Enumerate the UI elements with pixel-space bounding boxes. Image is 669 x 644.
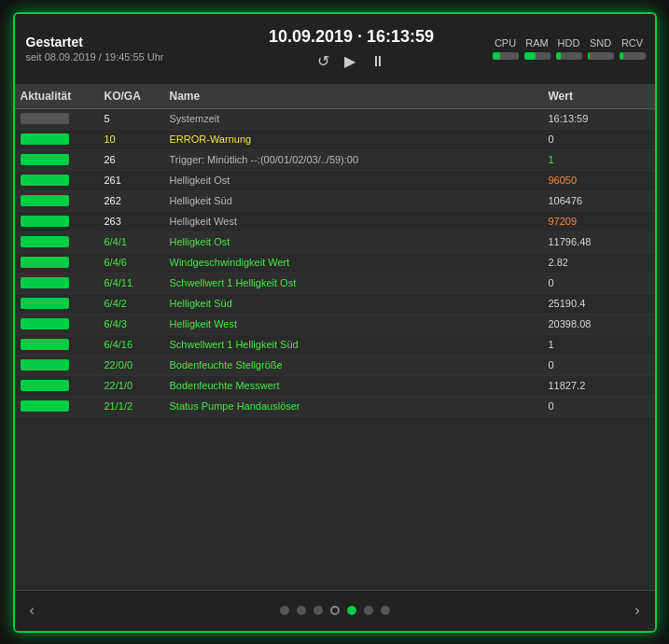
- app-subtitle: seit 08.09.2019 / 19:45:55 Uhr: [26, 51, 209, 63]
- col-koga: KO/GA: [99, 88, 164, 105]
- aktualitaet-cell: [15, 214, 99, 229]
- status-bar: [21, 195, 69, 206]
- col-aktualitaet: Aktualität: [15, 88, 99, 105]
- refresh-button[interactable]: ↺: [317, 52, 329, 70]
- koga-cell: 262: [99, 193, 164, 208]
- name-cell: Windgeschwindigkeit Wert: [164, 255, 543, 270]
- cpu-bar-wrap: [493, 52, 519, 60]
- snd-bar-wrap: [588, 52, 614, 60]
- wert-cell: 0: [543, 132, 655, 147]
- table-row: 22/1/0Bodenfeuchte Messwert11827.2: [15, 376, 655, 397]
- table-row: 22/0/0Bodenfeuchte Stellgröße0: [15, 356, 655, 376]
- pause-button[interactable]: ⏸: [370, 53, 385, 70]
- name-cell: Systemzeit: [164, 111, 543, 126]
- page-dot[interactable]: [330, 606, 340, 615]
- cpu-label: CPU: [493, 37, 519, 49]
- name-cell: Bodenfeuchte Stellgröße: [164, 357, 543, 372]
- koga-cell: 21/1/2: [99, 399, 164, 413]
- ram-bar-wrap: [524, 52, 551, 60]
- aktualitaet-cell: [15, 337, 99, 352]
- app-title: Gestartet: [26, 35, 209, 49]
- page-dot[interactable]: [347, 606, 356, 615]
- status-bar: [21, 236, 69, 247]
- table-row: 6/4/2Helligkeit Süd25190.4: [15, 294, 655, 315]
- table-row: 263Helligkeit West97209: [15, 212, 655, 232]
- status-bar: [21, 400, 69, 412]
- wert-cell: 25190.4: [543, 296, 655, 311]
- table-row: 262Helligkeit Süd106476: [15, 191, 655, 212]
- status-bar: [21, 154, 69, 165]
- aktualitaet-cell: [15, 399, 99, 413]
- next-button[interactable]: ›: [634, 602, 639, 619]
- koga-cell: 6/4/11: [99, 275, 164, 290]
- status-bar: [21, 298, 69, 309]
- resource-labels: CPU RAM HDD SND RCV: [493, 37, 646, 49]
- resource-monitor: CPU RAM HDD SND RCV: [483, 14, 655, 84]
- table-row: 26Trigger: Minütlich --:(00/01/02/03/../…: [15, 150, 655, 171]
- col-name: Name: [164, 88, 543, 105]
- prev-button[interactable]: ‹: [30, 602, 35, 619]
- status-bar: [21, 339, 69, 350]
- aktualitaet-cell: [15, 132, 99, 147]
- status-bar: [21, 359, 69, 371]
- aktualitaet-cell: [15, 234, 99, 249]
- aktualitaet-cell: [15, 193, 99, 208]
- snd-label: SND: [588, 37, 614, 49]
- table-row: 6/4/1Helligkeit Ost11796.48: [15, 232, 655, 253]
- name-cell: Helligkeit West: [164, 316, 543, 331]
- wert-cell: 2.82: [543, 255, 655, 270]
- wert-cell: 0: [543, 275, 655, 290]
- koga-cell: 6/4/3: [99, 316, 164, 331]
- aktualitaet-cell: [15, 152, 99, 167]
- status-bar: [21, 175, 69, 186]
- aktualitaet-cell: [15, 378, 99, 393]
- wert-cell: 20398.08: [543, 316, 655, 331]
- table-row: 6/4/11Schwellwert 1 Helligkeit Ost0: [15, 273, 655, 294]
- hdd-bar-wrap: [556, 52, 582, 60]
- status-bar: [21, 318, 69, 329]
- table-row: 261Helligkeit Ost96050: [15, 171, 655, 191]
- wert-cell: 0: [543, 399, 655, 413]
- header: Gestartet seit 08.09.2019 / 19:45:55 Uhr…: [15, 14, 655, 84]
- table-header: Aktualität KO/GA Name Wert: [15, 84, 655, 109]
- koga-cell: 6/4/6: [99, 255, 164, 270]
- koga-cell: 6/4/1: [99, 234, 164, 249]
- status-bar: [21, 216, 69, 227]
- page-dot[interactable]: [297, 606, 306, 615]
- aktualitaet-cell: [15, 173, 99, 188]
- ram-bar: [524, 52, 537, 60]
- name-cell: Schwellwert 1 Helligkeit Süd: [164, 337, 543, 352]
- page-dots: [280, 606, 390, 615]
- name-cell: Helligkeit West: [164, 214, 543, 229]
- hdd-bar: [556, 52, 562, 60]
- page-dot[interactable]: [381, 606, 390, 615]
- resource-bars: [493, 52, 646, 60]
- aktualitaet-cell: [15, 275, 99, 290]
- table-row: 5Systemzeit16:13:59: [15, 109, 655, 130]
- koga-cell: 263: [99, 214, 164, 229]
- rcv-label: RCV: [620, 37, 646, 49]
- wert-cell: 1: [543, 152, 655, 167]
- page-dot[interactable]: [314, 606, 323, 615]
- play-button[interactable]: ▶: [344, 52, 355, 70]
- name-cell: Status Pumpe Handauslöser: [164, 399, 543, 413]
- koga-cell: 6/4/16: [99, 337, 164, 352]
- koga-cell: 261: [99, 173, 164, 188]
- page-dot[interactable]: [280, 606, 289, 615]
- page-dot[interactable]: [364, 606, 373, 615]
- table-row: 21/1/2Status Pumpe Handauslöser0: [15, 397, 655, 417]
- playback-controls: ↺ ▶ ⏸: [317, 52, 385, 70]
- aktualitaet-cell: [15, 111, 99, 126]
- name-cell: Schwellwert 1 Helligkeit Ost: [164, 275, 543, 290]
- table-row: 6/4/6Windgeschwindigkeit Wert2.82: [15, 253, 655, 273]
- rcv-bar-wrap: [620, 52, 646, 60]
- hdd-label: HDD: [556, 37, 582, 49]
- wert-cell: 11827.2: [543, 378, 655, 393]
- main-window: Gestartet seit 08.09.2019 / 19:45:55 Uhr…: [13, 12, 657, 633]
- col-wert: Wert: [543, 88, 655, 105]
- koga-cell: 5: [99, 111, 164, 126]
- table-row: 10ERROR-Warnung0: [15, 130, 655, 150]
- koga-cell: 26: [99, 152, 164, 167]
- name-cell: Helligkeit Süd: [164, 296, 543, 311]
- name-cell: Trigger: Minütlich --:(00/01/02/03/../59…: [164, 152, 543, 167]
